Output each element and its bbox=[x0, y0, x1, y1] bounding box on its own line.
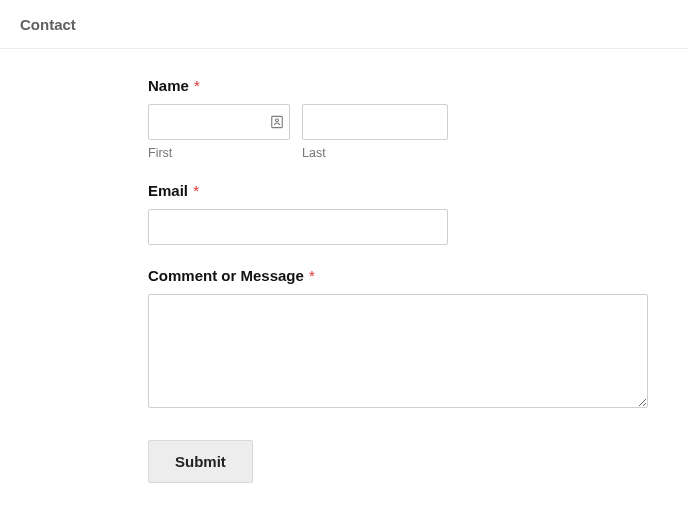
message-field: Comment or Message * bbox=[148, 267, 688, 412]
page-header: Contact bbox=[0, 0, 688, 49]
required-mark-icon: * bbox=[194, 77, 200, 94]
submit-row: Submit bbox=[148, 440, 688, 483]
first-name-col: First bbox=[148, 104, 290, 160]
required-mark-icon: * bbox=[309, 267, 315, 284]
required-mark-icon: * bbox=[193, 182, 199, 199]
last-name-col: Last bbox=[302, 104, 448, 160]
last-name-input[interactable] bbox=[302, 104, 448, 140]
email-input[interactable] bbox=[148, 209, 448, 245]
submit-button[interactable]: Submit bbox=[148, 440, 253, 483]
message-textarea[interactable] bbox=[148, 294, 648, 408]
email-label-row: Email * bbox=[148, 182, 688, 199]
email-field: Email * bbox=[148, 182, 688, 245]
page-title: Contact bbox=[20, 16, 76, 33]
contact-form: Name * First Las bbox=[0, 49, 688, 483]
message-label: Comment or Message bbox=[148, 267, 304, 284]
message-label-row: Comment or Message * bbox=[148, 267, 688, 284]
first-name-sublabel: First bbox=[148, 146, 290, 160]
last-name-sublabel: Last bbox=[302, 146, 448, 160]
name-label-row: Name * bbox=[148, 77, 688, 94]
name-field: Name * First Las bbox=[148, 77, 688, 160]
first-name-input[interactable] bbox=[148, 104, 290, 140]
name-label: Name bbox=[148, 77, 189, 94]
name-input-row: First Last bbox=[148, 104, 688, 160]
first-name-input-wrap bbox=[148, 104, 290, 140]
email-label: Email bbox=[148, 182, 188, 199]
